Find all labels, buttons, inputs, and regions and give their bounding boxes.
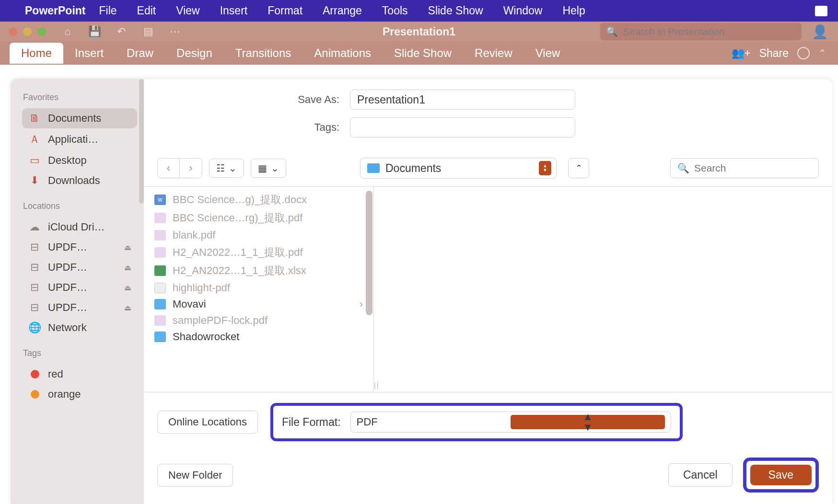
scrollbar[interactable] — [366, 191, 372, 315]
column-resize-handle[interactable]: || — [374, 381, 379, 389]
save-icon[interactable]: 💾 — [87, 24, 102, 39]
collapse-ribbon-icon[interactable]: ⌃ — [818, 47, 826, 59]
save-as-label: Save As: — [163, 93, 350, 106]
group-view-button[interactable]: ▦⌄ — [251, 159, 286, 178]
file-row[interactable]: Shadowrocket — [144, 329, 373, 345]
tag-color-icon — [31, 390, 39, 399]
sidebar-item-downloads[interactable]: ⬇Downloads — [22, 171, 137, 191]
file-row[interactable]: H2_AN2022…1_1_提取.xlsx — [144, 262, 373, 280]
menu-arrange[interactable]: Arrange — [323, 4, 362, 17]
menu-window[interactable]: Window — [503, 4, 543, 17]
file-format-dropdown[interactable]: PDF ▲▼ — [350, 412, 671, 433]
file-row[interactable]: blank.pdf — [144, 227, 373, 243]
sidebar-item-applications[interactable]: ＡApplicati… — [22, 128, 137, 150]
file-row[interactable]: highlight-pdf — [144, 280, 373, 296]
file-search-input[interactable] — [694, 162, 820, 174]
file-name: H2_AN2022…1_1_提取.pdf — [173, 245, 303, 260]
chevron-down-icon: ⌄ — [271, 162, 279, 174]
tab-transitions[interactable]: Transitions — [224, 43, 303, 64]
account-icon[interactable]: 👤 — [811, 23, 828, 40]
back-button[interactable]: ‹ — [158, 159, 180, 178]
expand-button[interactable]: ⌃ — [568, 158, 589, 178]
tab-draw[interactable]: Draw — [115, 43, 165, 64]
menubar-extra-icon[interactable] — [815, 6, 827, 16]
search-icon: 🔍 — [606, 26, 618, 37]
sidebar-tag-orange[interactable]: orange — [22, 384, 137, 404]
save-dialog: Favorites 🗎Documents ＡApplicati… ▭Deskto… — [11, 79, 832, 504]
nav-buttons: ‹ › — [157, 158, 202, 178]
sidebar-item-label: Documents — [48, 112, 101, 125]
search-input[interactable] — [623, 26, 796, 37]
online-locations-button[interactable]: Online Locations — [157, 411, 258, 434]
eject-icon[interactable]: ⏏ — [124, 283, 131, 292]
menu-edit[interactable]: Edit — [137, 4, 156, 17]
tab-home[interactable]: Home — [10, 43, 63, 64]
favorites-heading: Favorites — [23, 92, 137, 103]
stepper-icon: ▲▼ — [511, 415, 665, 429]
save-button-highlight: Save — [743, 458, 819, 493]
file-row[interactable]: Movavi› — [144, 296, 373, 312]
sidebar-item-drive[interactable]: ⊟UPDF…⏏ — [22, 277, 137, 298]
overflow-icon[interactable]: ⋯ — [168, 24, 182, 39]
menu-format[interactable]: Format — [268, 4, 303, 17]
file-row[interactable]: WBBC Science…g)_提取.docx — [144, 191, 373, 209]
tab-design[interactable]: Design — [165, 43, 224, 64]
tags-input[interactable] — [350, 117, 575, 137]
eject-icon[interactable]: ⏏ — [124, 303, 131, 312]
tag-color-icon — [31, 370, 39, 378]
file-row[interactable]: BBC Science…rg)_提取.pdf — [144, 209, 373, 227]
menu-help[interactable]: Help — [562, 4, 585, 17]
undo-icon[interactable]: ↶ — [114, 24, 128, 39]
file-search[interactable]: 🔍 — [670, 158, 819, 178]
file-name: highlight-pdf — [173, 282, 230, 294]
forward-button[interactable]: › — [180, 159, 202, 178]
document-icon[interactable]: ▤ — [141, 24, 155, 39]
tab-review[interactable]: Review — [463, 43, 524, 64]
menu-file[interactable]: File — [99, 4, 117, 17]
column-view-button[interactable]: ☷⌄ — [209, 159, 244, 178]
close-window-icon[interactable] — [9, 27, 17, 36]
pdf-icon — [154, 213, 166, 223]
location-dropdown[interactable]: Documents ▲▼ — [360, 158, 557, 179]
menu-insert[interactable]: Insert — [220, 4, 248, 17]
share-button[interactable]: Share — [759, 47, 789, 60]
minimize-window-icon[interactable] — [23, 27, 32, 36]
sync-status-icon[interactable] — [797, 47, 810, 59]
app-name[interactable]: PowerPoint — [25, 4, 86, 17]
applications-icon: Ａ — [28, 132, 41, 147]
sidebar-item-label: iCloud Dri… — [48, 221, 105, 233]
drive-icon: ⊟ — [28, 301, 41, 314]
tab-animations[interactable]: Animations — [303, 43, 383, 64]
zoom-window-icon[interactable] — [37, 27, 46, 36]
drive-icon: ⊟ — [28, 281, 41, 294]
tab-insert[interactable]: Insert — [63, 43, 115, 64]
menu-view[interactable]: View — [176, 4, 199, 17]
sidebar-item-drive[interactable]: ⊟UPDF…⏏ — [22, 237, 137, 257]
desktop-icon: ▭ — [28, 154, 41, 167]
sidebar-item-drive[interactable]: ⊟UPDF…⏏ — [22, 298, 137, 318]
sidebar-item-desktop[interactable]: ▭Desktop — [22, 150, 137, 171]
sidebar-tag-red[interactable]: red — [22, 364, 137, 384]
file-row[interactable]: samplePDF-lock.pdf — [144, 312, 373, 329]
menu-slideshow[interactable]: Slide Show — [428, 4, 483, 17]
file-row[interactable]: H2_AN2022…1_1_提取.pdf — [144, 243, 373, 262]
folder-icon — [367, 163, 380, 173]
new-folder-button[interactable]: New Folder — [157, 464, 233, 487]
cancel-button[interactable]: Cancel — [668, 463, 733, 487]
menu-tools[interactable]: Tools — [382, 4, 408, 17]
sidebar-item-network[interactable]: 🌐Network — [22, 318, 137, 338]
eject-icon[interactable]: ⏏ — [124, 243, 131, 252]
tab-view[interactable]: View — [524, 43, 572, 64]
tab-slideshow[interactable]: Slide Show — [383, 43, 463, 64]
save-as-input[interactable] — [350, 90, 575, 110]
file-icon — [154, 283, 166, 293]
docx-icon: W — [154, 195, 166, 205]
sidebar-item-icloud[interactable]: ☁iCloud Dri… — [22, 217, 137, 237]
eject-icon[interactable]: ⏏ — [124, 263, 131, 272]
search-presentation[interactable]: 🔍 — [600, 23, 802, 40]
sidebar-item-drive[interactable]: ⊟UPDF…⏏ — [22, 257, 137, 277]
stepper-icon: ▲▼ — [539, 161, 551, 175]
save-button[interactable]: Save — [750, 465, 812, 485]
home-icon[interactable]: ⌂ — [60, 24, 75, 39]
sidebar-item-documents[interactable]: 🗎Documents — [22, 108, 137, 128]
